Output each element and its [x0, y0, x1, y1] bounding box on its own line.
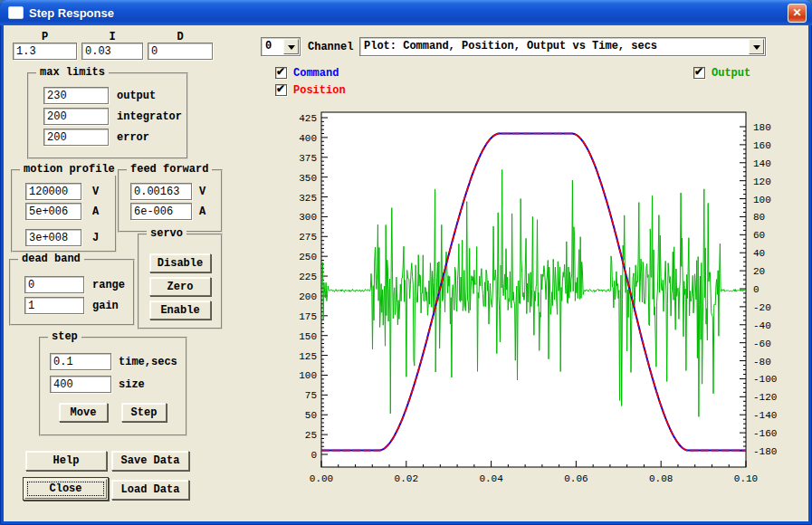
position-checkbox[interactable]: ✔ — [275, 84, 287, 96]
left-axis-tick-label: 125 — [299, 351, 317, 362]
dead-band-gain-input[interactable] — [24, 297, 84, 314]
ff-velocity-input[interactable] — [130, 183, 192, 200]
step-title: step — [48, 330, 81, 343]
left-axis-tick-label: 350 — [299, 173, 317, 184]
dead-band-group: dead band range gain — [9, 259, 135, 326]
i-label: I — [81, 31, 143, 43]
ff-accel-label: A — [199, 205, 205, 218]
dialog-body: P I D 0 Channel Plot: Command, Position,… — [4, 25, 808, 521]
right-axis-tick-label: 20 — [753, 266, 765, 277]
accel-input[interactable] — [25, 203, 81, 220]
x-axis-tick-label: 0.04 — [479, 473, 503, 484]
max-output-input[interactable] — [43, 87, 109, 104]
left-axis-tick-label: 250 — [299, 252, 317, 262]
check-icon: ✔ — [694, 65, 703, 78]
dead-band-title: dead band — [18, 253, 84, 265]
channel-select[interactable]: 0 — [261, 37, 301, 56]
left-axis-tick-label: 0 — [310, 450, 317, 461]
load-data-button[interactable]: Load Data — [111, 480, 189, 500]
max-error-label: error — [117, 131, 149, 144]
right-axis-tick-label: 160 — [753, 140, 771, 151]
jerk-label: J — [92, 232, 99, 244]
left-axis-tick-label: 425 — [299, 113, 317, 124]
left-axis-tick-label: 300 — [299, 212, 317, 223]
dead-band-range-label: range — [92, 279, 125, 291]
d-label: D — [148, 31, 213, 43]
max-limits-title: max limits — [36, 66, 109, 79]
x-axis-tick-label: 0.10 — [734, 473, 758, 484]
window-title: Step Response — [29, 6, 788, 20]
right-axis-tick-label: -100 — [753, 374, 777, 385]
close-window-button[interactable]: ✕ — [788, 4, 807, 23]
step-time-input[interactable] — [50, 353, 111, 370]
save-data-button[interactable]: Save Data — [111, 451, 189, 471]
left-axis-tick-label: 25 — [305, 430, 317, 441]
step-button[interactable]: Step — [121, 403, 167, 422]
channel-label: Channel — [308, 41, 353, 53]
move-button[interactable]: Move — [59, 403, 108, 422]
feed-forward-group: feed forward V A — [118, 169, 223, 233]
left-axis-tick-label: 200 — [299, 291, 317, 302]
chevron-down-icon — [288, 45, 295, 53]
chevron-down-icon — [753, 45, 760, 53]
i-input[interactable] — [81, 43, 143, 60]
jerk-input[interactable] — [25, 229, 81, 246]
max-integrator-input[interactable] — [43, 108, 109, 125]
max-error-input[interactable] — [43, 129, 109, 146]
right-axis-tick-label: 40 — [753, 248, 765, 259]
command-checkbox[interactable]: ✔ — [275, 67, 287, 79]
x-axis-tick-label: 0.08 — [649, 473, 673, 484]
right-axis-tick-label: -60 — [753, 339, 771, 349]
command-checkbox-label: Command — [293, 67, 339, 80]
servo-disable-button[interactable]: Disable — [149, 253, 211, 272]
output-checkbox[interactable]: ✔ — [693, 67, 705, 79]
max-integrator-label: integrator — [117, 110, 182, 123]
left-axis-tick-label: 75 — [305, 390, 317, 401]
check-icon: ✔ — [276, 65, 285, 78]
focus-ring — [27, 482, 104, 496]
p-input[interactable] — [13, 43, 77, 60]
servo-enable-button[interactable]: Enable — [149, 301, 211, 320]
position-checkbox-label: Position — [293, 84, 346, 97]
left-axis-tick-label: 375 — [299, 153, 317, 164]
right-axis-tick-label: -80 — [753, 357, 771, 368]
step-size-input[interactable] — [50, 376, 111, 393]
close-button[interactable]: Close — [23, 477, 109, 501]
title-bar[interactable]: Step Response ✕ — [0, 0, 812, 25]
plot-dropdown-button[interactable] — [749, 39, 764, 54]
help-button[interactable]: Help — [25, 451, 107, 471]
x-axis-tick-label: 0.02 — [395, 473, 418, 484]
ff-accel-input[interactable] — [130, 203, 192, 220]
output-checkbox-label: Output — [712, 67, 750, 80]
right-axis-tick-label: 120 — [753, 177, 771, 187]
left-axis-tick-label: 400 — [299, 133, 317, 144]
right-axis-tick-label: 0 — [753, 284, 759, 295]
left-axis-tick-label: 150 — [299, 331, 317, 342]
servo-zero-button[interactable]: Zero — [149, 277, 211, 296]
servo-title: servo — [147, 227, 186, 240]
d-input[interactable] — [148, 43, 213, 60]
right-axis-tick-label: -140 — [753, 410, 777, 421]
channel-value: 0 — [265, 40, 282, 52]
right-axis-tick-label: 60 — [753, 230, 765, 241]
max-output-label: output — [117, 90, 156, 102]
dead-band-range-input[interactable] — [24, 276, 84, 293]
right-axis-tick-label: 100 — [753, 195, 771, 205]
right-axis-tick-label: -120 — [753, 392, 777, 403]
max-limits-group: max limits output integrator error — [27, 72, 188, 159]
velocity-input[interactable] — [25, 183, 81, 200]
feed-forward-title: feed forward — [127, 163, 212, 176]
right-axis-tick-label: -180 — [753, 446, 777, 457]
channel-dropdown-button[interactable] — [283, 39, 299, 54]
left-axis-tick-label: 100 — [299, 370, 317, 381]
step-group: step time,secs size Move Step — [39, 337, 187, 436]
left-axis-tick-label: 225 — [299, 272, 317, 282]
velocity-label: V — [92, 186, 99, 198]
left-axis-tick-label: 175 — [299, 311, 317, 322]
close-icon: ✕ — [792, 6, 801, 19]
plot-select-value: Plot: Command, Position, Output vs Time,… — [364, 40, 747, 52]
plot-select[interactable]: Plot: Command, Position, Output vs Time,… — [359, 37, 766, 56]
left-axis-tick-label: 275 — [299, 232, 317, 243]
x-axis-tick-label: 0.00 — [310, 473, 333, 484]
right-axis-tick-label: -40 — [753, 320, 771, 331]
